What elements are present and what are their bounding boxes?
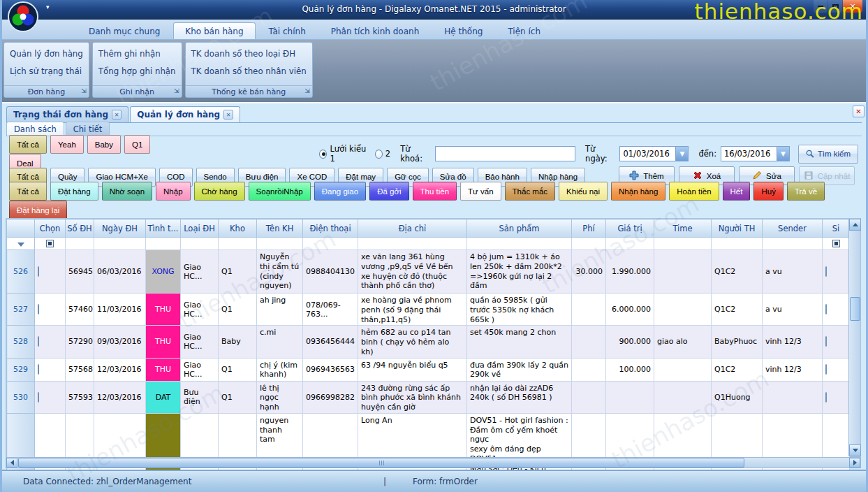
ribbon-item-tong-hop-ghi-nhan[interactable]: Tổng hợp ghi nhận [93, 62, 182, 80]
filter-cell-so_dh[interactable] [66, 238, 94, 250]
minimize-button[interactable] [814, 0, 827, 13]
filter-cell-phi[interactable] [572, 238, 606, 250]
filter-button-q1[interactable]: Q1 [124, 135, 150, 154]
ribbon-item-lich-su-trang-thai[interactable]: Lịch sử trạng thái [4, 62, 89, 80]
sub-tab-chi-tiet[interactable]: Chi tiết [66, 122, 110, 136]
status-button-huy[interactable]: Huỷ [753, 182, 783, 201]
filter-cell-gia_tri[interactable] [606, 238, 654, 250]
filter-cell-tinh_trang[interactable] [146, 238, 181, 250]
row-checkbox[interactable] [825, 392, 827, 403]
column-header-so_dh[interactable]: Số ĐH [66, 219, 94, 238]
from-date-input[interactable] [620, 147, 675, 161]
row-checkbox[interactable] [38, 364, 39, 375]
sub-tab-danh-sach[interactable]: Danh sách [6, 122, 64, 136]
vertical-scroll-thumb[interactable] [850, 297, 860, 321]
status-button-khieu-nai[interactable]: Khiếu nại [559, 182, 608, 201]
status-button-hoan-tien[interactable]: Hoàn tiền [669, 182, 719, 201]
to-date-input[interactable] [721, 147, 777, 161]
row-checkbox[interactable] [825, 304, 827, 314]
tab-close-icon[interactable]: ✕ [223, 110, 233, 120]
ribbon-tab-phan-tich-kinh-doanh[interactable]: Phân tích kinh doanh [319, 22, 432, 39]
filter-checkbox[interactable] [46, 240, 54, 247]
to-date-combo[interactable]: ▼ [721, 146, 790, 161]
status-button-tu-van[interactable]: Tư vấn [460, 182, 501, 201]
status-button-nhap[interactable]: Nhập [156, 182, 191, 201]
status-button-het[interactable]: Hết [723, 182, 751, 201]
close-button[interactable]: ✕ [843, 0, 862, 13]
filter-cell-dien_thoai[interactable] [303, 238, 358, 250]
row-checkbox[interactable] [38, 336, 39, 347]
from-date-chevron-down-icon[interactable]: ▼ [675, 147, 688, 161]
row-checkbox[interactable] [38, 304, 39, 314]
table-row[interactable]: 5265694506/03/2016XONGGiao HC...Q1Nguyễn… [7, 250, 850, 294]
column-header-dien_thoai[interactable]: Điện thoại [303, 219, 358, 238]
filter-cell-ngay[interactable] [94, 238, 146, 250]
filter-button-baby[interactable]: Baby [87, 135, 121, 154]
doc-tab-trang-thai-don-hang[interactable]: Trạng thái đơn hàng✕ [6, 106, 128, 122]
filter-cell-dia_chi[interactable] [358, 238, 467, 250]
status-button-cho-hang[interactable]: Chờ hàng [194, 182, 245, 201]
scroll-right-button[interactable] [849, 458, 860, 468]
filter-cell-loai[interactable] [181, 238, 219, 250]
filter-cell-sender[interactable] [763, 238, 823, 250]
table-row[interactable]: 5295756812/03/2016THUGiao HC...Q1chị ý (… [7, 358, 850, 381]
status-button-da-goi[interactable]: Đã gởi [369, 182, 409, 201]
dialog-launcher-icon[interactable]: ⇲ [81, 87, 87, 94]
ribbon-item-tk-doanh-so-theo-nhan-vien[interactable]: TK doanh số theo nhân viên [186, 62, 312, 80]
dialog-launcher-icon[interactable]: ⇲ [304, 87, 310, 94]
row-checkbox[interactable] [825, 364, 827, 375]
ribbon-tab-tai-chinh[interactable]: Tài chính [257, 22, 318, 39]
filter-cell-si[interactable] [823, 238, 850, 250]
vertical-scrollbar[interactable] [848, 219, 860, 456]
filter-cell-time[interactable] [654, 238, 712, 250]
ribbon-item-them-ghi-nhan[interactable]: Thêm ghi nhận [93, 45, 182, 62]
horizontal-scrollbar[interactable] [6, 457, 861, 468]
column-header-nguoi_th[interactable]: Người TH [712, 219, 763, 238]
ribbon-tab-kho-ban-hang[interactable]: Kho bán hàng [173, 22, 255, 39]
column-header-sender[interactable]: Sender [763, 219, 823, 238]
table-row[interactable]: 5285729009/03/2016THUGiao HC...Babyc.mi0… [7, 326, 850, 358]
filter-cell-san_pham[interactable] [467, 238, 572, 250]
to-date-chevron-down-icon[interactable]: ▼ [777, 147, 789, 161]
row-checkbox[interactable] [825, 336, 827, 347]
column-header-san_pham[interactable]: Sản phẩm [467, 219, 572, 238]
horizontal-scroll-thumb[interactable] [18, 458, 744, 468]
column-header-dia_chi[interactable]: Địa chỉ [358, 219, 467, 238]
status-button-soanroinhap[interactable]: SoạnrồiNhập [249, 182, 311, 201]
column-header-ngay[interactable]: Ngày ĐH [94, 219, 146, 238]
column-header-ten_kh[interactable]: Tên KH [257, 219, 303, 238]
column-header-kho[interactable]: Kho [219, 219, 257, 238]
status-button-tra-ve[interactable]: Trả về [787, 182, 825, 201]
status-button-nho-soan[interactable]: Nhờ soạn [102, 182, 152, 201]
column-header-gia_tri[interactable]: Giá trị [606, 219, 654, 238]
tab-close-icon[interactable]: ✕ [112, 110, 122, 120]
column-header-phi[interactable]: Phí [572, 219, 606, 238]
column-header-si[interactable]: Si [823, 219, 850, 238]
status-button-nhan-hang[interactable]: Nhận hàng [611, 182, 665, 201]
filter-checkbox[interactable] [832, 240, 840, 247]
keyword-input[interactable] [435, 146, 575, 161]
grid-style-2-radio[interactable] [375, 150, 383, 159]
status-button-dang-giao[interactable]: Đang giao [314, 182, 366, 201]
status-button-dat-hang-lai[interactable]: Đặt hàng lại [9, 201, 67, 219]
column-header-chon[interactable]: Chọn [35, 219, 66, 238]
row-checkbox[interactable] [38, 266, 39, 277]
status-button-tat-ca[interactable]: Tất cả [9, 182, 47, 201]
search-button[interactable]: Tìm kiếm [798, 145, 858, 164]
ribbon-item-tk-doanh-so-theo-loai-dh[interactable]: TK doanh số theo loại ĐH [186, 45, 312, 62]
status-button-thac-mac[interactable]: Thắc mắc [505, 182, 556, 201]
scroll-down-button[interactable] [849, 444, 861, 456]
ribbon-item-quan-ly-don-hang[interactable]: Quản lý đơn hàng [4, 45, 89, 62]
filter-button-yeah[interactable]: Yeah [50, 135, 84, 154]
filter-button-tat-ca[interactable]: Tất cả [9, 135, 47, 154]
table-row[interactable]: 5275746011/03/2016THUGiao HC...Q1ah jing… [7, 294, 850, 326]
row-checkbox[interactable] [825, 266, 827, 277]
dialog-launcher-icon[interactable]: ⇲ [174, 87, 179, 94]
app-logo-color-wheel-icon[interactable] [8, 1, 38, 32]
filter-cell-kho[interactable] [219, 238, 257, 250]
ribbon-tab-tien-ich[interactable]: Tiện ích [496, 22, 552, 39]
filter-cell-chon[interactable] [35, 238, 66, 250]
table-row[interactable]: 5305759312/03/2016DATBưu điệnQ1lê thị ng… [7, 381, 850, 413]
auto-filter-cell[interactable] [7, 238, 35, 250]
grid-style-1-radio[interactable] [319, 150, 327, 159]
